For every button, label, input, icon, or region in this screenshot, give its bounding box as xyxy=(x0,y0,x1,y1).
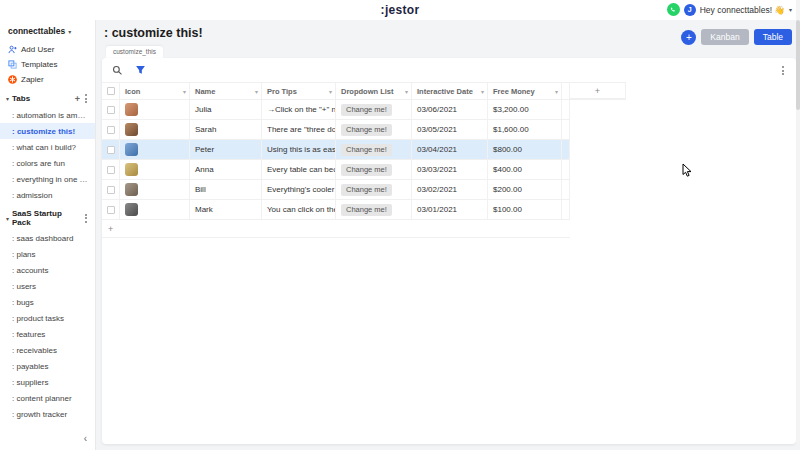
view-button-kanban[interactable]: Kanban xyxy=(701,29,748,45)
table-row[interactable]: Sarah There are "three dots... Change me… xyxy=(102,120,570,140)
sidebar-item-bugs[interactable]: : bugs xyxy=(0,294,95,310)
sidebar-item-admission[interactable]: : admission xyxy=(0,187,95,203)
section-header-saas-pack[interactable]: ▾ SaaS Startup Pack xyxy=(0,203,95,230)
cell-pro-tips[interactable]: You can click on the ... xyxy=(262,200,336,219)
cell-date[interactable]: 03/05/2021 xyxy=(412,120,488,139)
chevron-down-icon[interactable]: ▾ xyxy=(481,88,484,95)
column-header-name[interactable]: Name▾ xyxy=(190,83,262,99)
row-checkbox[interactable] xyxy=(107,206,115,214)
sidebar-item-what-can-i-build[interactable]: : what can i build? xyxy=(0,139,95,155)
dropdown-chip[interactable]: Change me! xyxy=(341,164,392,176)
cell-date[interactable]: 03/04/2021 xyxy=(412,140,488,159)
cell-pro-tips[interactable]: →Click on the "+" ne... xyxy=(262,100,336,119)
table-row[interactable]: Mark You can click on the ... Change me!… xyxy=(102,200,570,220)
cell-name[interactable]: Julia xyxy=(190,100,262,119)
table-row[interactable]: Julia →Click on the "+" ne... Change me!… xyxy=(102,100,570,120)
row-checkbox[interactable] xyxy=(107,166,115,174)
table-row-highlighted[interactable]: Peter Using this is as easy ... Change m… xyxy=(102,140,570,160)
cell-date[interactable]: 03/06/2021 xyxy=(412,100,488,119)
greeting-text[interactable]: Hey connecttables! 👋 xyxy=(700,5,785,15)
sidebar-item-colors-are-fun[interactable]: : colors are fun xyxy=(0,155,95,171)
sidebar-item-accounts[interactable]: : accounts xyxy=(0,262,95,278)
chevron-down-icon[interactable]: ▾ xyxy=(329,88,332,95)
table-row[interactable]: Anna Every table can beco... Change me! … xyxy=(102,160,570,180)
sidebar-collapse-button[interactable]: ‹ xyxy=(84,433,87,444)
whatsapp-icon[interactable] xyxy=(667,3,680,16)
cell-money[interactable]: $400.00 xyxy=(488,160,562,179)
chevron-down-icon[interactable]: ▾ xyxy=(255,88,258,95)
cell-money[interactable]: $3,200.00 xyxy=(488,100,562,119)
sidebar-item-features[interactable]: : features xyxy=(0,326,95,342)
add-row-button[interactable]: + xyxy=(102,220,570,238)
column-header-pro-tips[interactable]: Pro Tips▾ xyxy=(262,83,336,99)
cell-name[interactable]: Mark xyxy=(190,200,262,219)
table-row[interactable]: Bill Everything's cooler ... Change me! … xyxy=(102,180,570,200)
cell-money[interactable]: $200.00 xyxy=(488,180,562,199)
sidebar-item-payables[interactable]: : payables xyxy=(0,358,95,374)
chevron-down-icon[interactable]: ▾ xyxy=(789,6,792,13)
cell-name[interactable]: Peter xyxy=(190,140,262,159)
sidebar-item-receivables[interactable]: : receivables xyxy=(0,342,95,358)
sidebar-item-customize-this[interactable]: : customize this! xyxy=(0,123,95,139)
search-icon[interactable] xyxy=(112,65,123,76)
workspace-switcher[interactable]: connecttables ▾ xyxy=(0,20,95,42)
sidebar-item-suppliers[interactable]: : suppliers xyxy=(0,374,95,390)
column-header-interactive-date[interactable]: Interactive Date▾ xyxy=(412,83,488,99)
user-avatar[interactable]: J xyxy=(684,4,696,16)
chevron-down-icon[interactable]: ▾ xyxy=(183,88,186,95)
add-tab-button[interactable]: + xyxy=(75,95,80,103)
view-button-table[interactable]: Table xyxy=(754,29,792,45)
column-header-dropdown-list[interactable]: Dropdown List▾ xyxy=(336,83,412,99)
sidebar-item-templates[interactable]: Templates xyxy=(0,57,95,72)
sidebar-item-automation[interactable]: : automation is amazing! xyxy=(0,107,95,123)
section-menu-icon[interactable] xyxy=(83,213,89,224)
sidebar-item-everything-in-one[interactable]: : everything in one pla... xyxy=(0,171,95,187)
dropdown-chip[interactable]: Change me! xyxy=(341,124,392,136)
row-checkbox[interactable] xyxy=(107,126,115,134)
cell-pro-tips[interactable]: Everything's cooler ... xyxy=(262,180,336,199)
sidebar-item-add-user[interactable]: Add User xyxy=(0,42,95,57)
dropdown-chip[interactable]: Change me! xyxy=(341,204,392,216)
row-checkbox[interactable] xyxy=(107,146,115,154)
sidebar-item-saas-dashboard[interactable]: : saas dashboard xyxy=(0,230,95,246)
cell-name[interactable]: Sarah xyxy=(190,120,262,139)
cell-date[interactable]: 03/02/2021 xyxy=(412,180,488,199)
cell-pro-tips[interactable]: Using this is as easy ... xyxy=(262,140,336,159)
sidebar-item-users[interactable]: : users xyxy=(0,278,95,294)
sidebar-item-product-tasks[interactable]: : product tasks xyxy=(0,310,95,326)
cell-money[interactable]: $800.00 xyxy=(488,140,562,159)
sidebar-item-content-planner[interactable]: : content planner xyxy=(0,390,95,406)
cell-money[interactable]: $1,600.00 xyxy=(488,120,562,139)
cell-date[interactable]: 03/03/2021 xyxy=(412,160,488,179)
row-checkbox[interactable] xyxy=(107,106,115,114)
sidebar-item-growth-tracker[interactable]: : growth tracker xyxy=(0,406,95,422)
cell-name[interactable]: Anna xyxy=(190,160,262,179)
filter-icon[interactable] xyxy=(135,65,146,76)
chevron-down-icon[interactable]: ▾ xyxy=(405,88,408,95)
section-menu-icon[interactable] xyxy=(83,93,89,104)
dropdown-chip[interactable]: Change me! xyxy=(341,184,392,196)
cell-name[interactable]: Bill xyxy=(190,180,262,199)
add-record-button[interactable]: + xyxy=(681,30,696,45)
cell-pro-tips[interactable]: Every table can beco... xyxy=(262,160,336,179)
table-options-menu-icon[interactable] xyxy=(780,65,786,76)
section-toggle-icon[interactable]: ▾ xyxy=(6,95,9,102)
section-header-tabs[interactable]: ▾ Tabs + xyxy=(0,87,95,107)
add-column-button[interactable]: + xyxy=(570,83,626,99)
chevron-down-icon[interactable]: ▾ xyxy=(555,88,558,95)
row-checkbox[interactable] xyxy=(107,186,115,194)
sidebar-item-zapier[interactable]: Zapier xyxy=(0,72,95,87)
tab-customize-this[interactable]: customize_this xyxy=(106,46,163,58)
cell-date[interactable]: 03/01/2021 xyxy=(412,200,488,219)
window-scrollbar[interactable] xyxy=(796,0,800,450)
select-all-checkbox[interactable] xyxy=(107,87,115,95)
sidebar-item-plans[interactable]: : plans xyxy=(0,246,95,262)
cell-money[interactable]: $100.00 xyxy=(488,200,562,219)
table-header-row: Icon▾ Name▾ Pro Tips▾ Dropdown List▾ Int… xyxy=(102,82,626,100)
column-header-icon[interactable]: Icon▾ xyxy=(120,83,190,99)
cell-pro-tips[interactable]: There are "three dots... xyxy=(262,120,336,139)
dropdown-chip[interactable]: Change me! xyxy=(341,144,392,156)
section-toggle-icon[interactable]: ▾ xyxy=(6,215,9,222)
dropdown-chip[interactable]: Change me! xyxy=(341,104,392,116)
column-header-free-money[interactable]: Free Money▾ xyxy=(488,83,562,99)
